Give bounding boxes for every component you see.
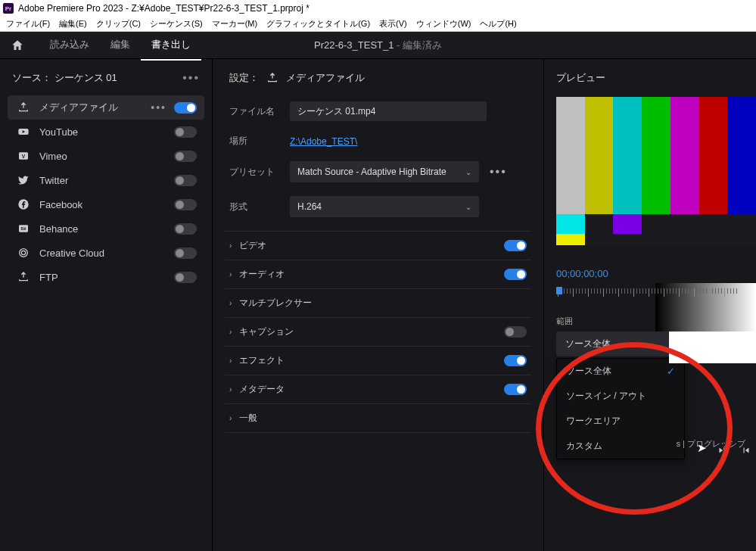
svg-point-7: [21, 251, 25, 254]
menu-graphics[interactable]: グラフィックとタイトル(G): [262, 18, 375, 30]
menu-marker[interactable]: マーカー(M): [207, 18, 263, 30]
section-label: メタデータ: [239, 383, 504, 396]
section-metadata[interactable]: › メタデータ: [225, 375, 531, 403]
destination-youtube[interactable]: YouTube: [8, 120, 204, 144]
destination-media[interactable]: メディアファイル •••: [8, 95, 204, 120]
menu-view[interactable]: 表示(V): [375, 18, 412, 30]
chevron-right-icon: ›: [229, 241, 232, 250]
range-select[interactable]: ソース全体 ⌄: [556, 332, 685, 356]
source-value[interactable]: シーケンス 01: [54, 72, 117, 83]
range-option[interactable]: ソース全体✓: [557, 359, 684, 384]
section-label: キャプション: [239, 325, 504, 338]
behance-icon: Bē: [15, 223, 32, 235]
source-label: ソース：: [12, 72, 51, 83]
chevron-right-icon: ›: [229, 328, 232, 336]
menu-edit[interactable]: 編集(E): [54, 18, 92, 30]
settings-sections: › ビデオ › オーディオ › マルチプレクサー › キャプション › エフェク…: [225, 231, 531, 433]
range-option[interactable]: カスタム: [557, 434, 684, 459]
destination-toggle[interactable]: [174, 247, 197, 259]
export-icon: [266, 72, 278, 84]
preset-select[interactable]: Match Source - Adaptive High Bitrate ⌄: [290, 161, 479, 182]
destination-toggle[interactable]: [174, 126, 197, 138]
destination-label: Vimeo: [39, 151, 174, 162]
project-name: Pr22-6-3_TEST_1 - 編集済み: [314, 39, 442, 52]
menu-window[interactable]: ウィンドウ(W): [412, 18, 476, 30]
destination-toggle[interactable]: [174, 102, 197, 114]
section-toggle[interactable]: [504, 326, 527, 338]
menu-file[interactable]: ファイル(F): [2, 18, 54, 30]
section-effects[interactable]: › エフェクト: [225, 346, 531, 375]
more-icon[interactable]: •••: [151, 101, 166, 114]
chevron-down-icon: ⌄: [465, 203, 471, 211]
destination-twitter[interactable]: Twitter: [8, 168, 204, 192]
section-toggle[interactable]: [504, 355, 527, 366]
destination-cc[interactable]: Creative Cloud: [8, 241, 204, 265]
facebook-icon: [15, 198, 32, 210]
destination-label: Creative Cloud: [39, 247, 174, 259]
playhead-icon[interactable]: [556, 287, 562, 294]
destination-toggle[interactable]: [174, 272, 197, 283]
destination-toggle[interactable]: [174, 223, 197, 235]
range-option[interactable]: ワークエリア: [557, 409, 684, 434]
destination-facebook[interactable]: Facebook: [8, 192, 204, 216]
svg-text:V: V: [22, 154, 26, 159]
menu-help[interactable]: ヘルプ(H): [475, 18, 521, 30]
cc-icon: [15, 247, 32, 259]
chevron-right-icon: ›: [229, 414, 232, 422]
destination-toggle[interactable]: [174, 151, 197, 162]
destination-toggle[interactable]: [174, 199, 197, 210]
section-label: ビデオ: [239, 239, 504, 252]
format-label: 形式: [229, 201, 290, 213]
section-general[interactable]: › 一般: [225, 403, 531, 433]
section-audio[interactable]: › オーディオ: [225, 260, 531, 288]
section-caption[interactable]: › キャプション: [225, 317, 531, 346]
destination-toggle[interactable]: [174, 175, 197, 186]
preview-video: [556, 97, 756, 254]
tab-import[interactable]: 読み込み: [39, 30, 100, 61]
destination-vimeo[interactable]: V Vimeo: [8, 144, 204, 168]
section-mux[interactable]: › マルチプレクサー: [225, 288, 531, 317]
preview-panel: プレビュー 00;00;00;00 範囲 ソース全体 ⌄: [544, 59, 756, 551]
section-toggle[interactable]: [504, 269, 527, 280]
menu-sequence[interactable]: シーケンス(S): [145, 18, 207, 30]
menu-clip[interactable]: クリップ(C): [92, 18, 145, 30]
chevron-right-icon: ›: [229, 270, 232, 279]
range-option[interactable]: ソースイン / アウト: [557, 384, 684, 409]
destination-ftp[interactable]: FTP: [8, 265, 204, 289]
preview-footer-text: s | プログレッシブ: [677, 438, 745, 450]
timeline-ruler[interactable]: [556, 288, 756, 300]
destination-label: YouTube: [39, 126, 174, 138]
filename-input[interactable]: [290, 101, 487, 121]
twitter-icon: [15, 174, 32, 186]
tab-edit[interactable]: 編集: [100, 30, 141, 61]
timecode[interactable]: 00;00;00;00: [556, 268, 756, 279]
section-label: マルチプレクサー: [239, 297, 527, 310]
section-video[interactable]: › ビデオ: [225, 231, 531, 260]
chevron-down-icon: ⌄: [465, 168, 471, 176]
section-label: 一般: [239, 412, 527, 425]
format-select[interactable]: H.264 ⌄: [290, 196, 479, 217]
preset-label: プリセット: [229, 166, 290, 179]
premiere-app-icon: Pr: [3, 3, 14, 14]
preview-header: プレビュー: [556, 71, 756, 85]
annotation-cursor-icon: ➤: [697, 441, 707, 455]
window-title: Adobe Premiere Pro 2023 - Z:¥Adobe_TEST¥…: [18, 3, 310, 14]
filename-label: ファイル名: [229, 105, 290, 118]
location-label: 場所: [229, 135, 290, 148]
destination-behance[interactable]: Bē Behance: [8, 216, 204, 241]
destination-list: メディアファイル ••• YouTube V Vimeo Twitter Fac…: [8, 95, 204, 289]
chevron-right-icon: ›: [229, 385, 232, 394]
destination-label: Twitter: [39, 175, 174, 186]
export-icon: [15, 101, 32, 114]
nav-tabs: 読み込み 編集 書き出し: [39, 30, 201, 61]
section-toggle[interactable]: [504, 240, 527, 251]
preset-more-icon[interactable]: •••: [490, 165, 507, 179]
tab-export[interactable]: 書き出し: [141, 30, 201, 61]
section-toggle[interactable]: [504, 384, 527, 395]
source-more-icon[interactable]: •••: [182, 71, 200, 85]
home-button[interactable]: [9, 37, 26, 54]
chevron-right-icon: ›: [229, 299, 232, 307]
location-link[interactable]: Z:\Adobe_TEST\: [290, 136, 357, 147]
check-icon: ✓: [667, 366, 675, 377]
section-label: エフェクト: [239, 354, 504, 367]
